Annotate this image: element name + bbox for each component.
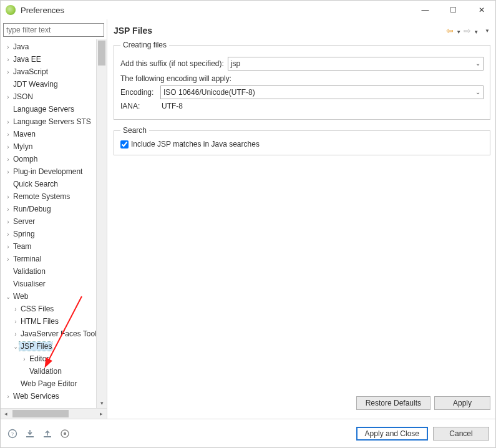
tree-item-label: HTML Files [19,317,59,326]
tree-expand-closed-icon[interactable]: › [4,243,12,250]
maximize-button[interactable]: ☐ [439,1,467,19]
tree-item-label: Oomph [12,155,37,163]
tree-item[interactable]: JDT Weaving [1,78,107,90]
oomph-record-icon[interactable] [59,428,71,439]
filter-input[interactable] [3,23,104,37]
apply-button[interactable]: Apply [434,396,490,410]
restore-defaults-button[interactable]: Restore Defaults [356,396,430,410]
tree-item-label: Web Page Editor [19,379,77,388]
tree-expand-closed-icon[interactable]: › [4,256,12,263]
tree-item[interactable]: ›Remote Systems [1,190,107,203]
cancel-button[interactable]: Cancel [433,427,489,441]
export-prefs-icon[interactable] [42,428,53,439]
window-title: Preferences [21,6,64,15]
tree-item-label: Java EE [12,55,41,64]
tree-item[interactable]: ›Oomph [1,153,107,165]
tree-expand-closed-icon[interactable]: › [4,168,12,175]
tree-expand-closed-icon[interactable]: › [12,318,19,325]
tree-expand-closed-icon[interactable]: › [4,218,12,225]
tree-item[interactable]: Quick Search [1,178,107,190]
tree-item-label: Mylyn [12,142,32,151]
scroll-down-icon[interactable]: ▾ [97,397,107,408]
titlebar: Preferences — ☐ ✕ [1,1,495,19]
tree-item[interactable]: ›Java EE [1,53,107,66]
tree-item[interactable]: Language Servers [1,103,107,115]
tree-item[interactable]: ›Team [1,240,107,253]
tree-item-label: Quick Search [12,180,58,188]
tree-item-label: Spring [12,230,35,238]
tree-item[interactable]: ›Run/Debug [1,203,107,215]
close-button[interactable]: ✕ [467,1,495,19]
tree-item[interactable]: ›Web Services [1,390,107,402]
nav-back-dropdown-icon[interactable]: ▼ [455,27,462,35]
tree-expand-closed-icon[interactable]: › [4,56,12,63]
import-prefs-icon[interactable] [24,428,36,439]
include-jsp-matches-checkbox[interactable] [120,140,129,149]
tree-expand-open-icon[interactable]: ⌄ [4,293,12,300]
tree-item[interactable]: Validation [1,365,107,377]
tree-expand-closed-icon[interactable]: › [4,193,12,200]
tree-item[interactable]: ›Server [1,215,107,228]
tree-item-label: Java [12,42,29,51]
tree-item[interactable]: ⌄Web [1,290,107,303]
tree-hscroll-thumb[interactable] [12,410,69,417]
tree-expand-closed-icon[interactable]: › [21,356,28,363]
tree-scroll-thumb[interactable] [98,41,105,66]
tree-expand-closed-icon[interactable]: › [4,144,12,150]
help-icon[interactable]: ? [7,428,18,439]
tree-expand-open-icon[interactable]: ⌄ [12,343,19,350]
tree-item[interactable]: ›Spring [1,228,107,240]
tree-item[interactable]: ›Language Servers STS [1,115,107,128]
tree-item[interactable]: ›CSS Files [1,303,107,315]
search-legend: Search [120,126,149,135]
tree-item[interactable]: ›Editor [1,353,107,365]
tree-item[interactable]: ›JSON [1,90,107,103]
nav-back-icon[interactable]: ⇦ [445,26,454,36]
apply-and-close-button[interactable]: Apply and Close [356,427,428,441]
tree-item[interactable]: Visualiser [1,278,107,290]
tree-expand-closed-icon[interactable]: › [4,94,12,100]
tree-item[interactable]: ›JavaServer Faces Tools [1,328,107,340]
tree-item[interactable]: ›Java [1,41,107,53]
tree-item[interactable]: ›Maven [1,128,107,140]
tree-expand-closed-icon[interactable]: › [4,231,12,238]
tree-item[interactable]: ›JavaScript [1,66,107,78]
tree-item-label: Validation [28,367,62,376]
tree-expand-closed-icon[interactable]: › [12,331,19,338]
include-jsp-matches-label: Include JSP matches in Java searches [131,140,260,149]
tree-item[interactable]: ›Mylyn [1,140,107,153]
tree-expand-closed-icon[interactable]: › [4,393,12,400]
tree-item-label: Plug-in Development [12,167,82,176]
encoding-select-value: ISO 10646/Unicode(UTF-8) [163,88,255,97]
tree-item-label: Validation [12,267,46,276]
suffix-select[interactable]: jsp ⌄ [228,57,484,71]
scroll-right-icon[interactable]: ▸ [96,411,107,417]
nav-forward-dropdown-icon[interactable]: ▼ [473,27,479,35]
tree-expand-closed-icon[interactable]: › [4,156,12,163]
tree-item-label: JSP Files [19,342,52,351]
tree-horizontal-scrollbar[interactable]: ◂ ▸ [1,408,107,419]
suffix-select-value: jsp [231,59,240,68]
tree-item-label: Editor [28,354,49,363]
minimize-button[interactable]: — [411,1,439,19]
tree-expand-closed-icon[interactable]: › [4,69,12,75]
scroll-left-icon[interactable]: ◂ [1,411,11,417]
tree-item-label: JavaServer Faces Tools [19,329,100,338]
tree-item[interactable]: ⌄JSP Files [1,340,107,353]
nav-forward-icon[interactable]: ⇨ [463,26,472,36]
tree-item[interactable]: Web Page Editor [1,377,107,390]
encoding-select[interactable]: ISO 10646/Unicode(UTF-8) ⌄ [160,85,484,99]
tree-expand-closed-icon[interactable]: › [4,119,12,125]
tree-expand-closed-icon[interactable]: › [4,206,12,213]
tree-item[interactable]: ›HTML Files [1,315,107,328]
tree-item[interactable]: Validation [1,265,107,278]
tree-item[interactable]: ›Terminal [1,253,107,265]
tree-expand-closed-icon[interactable]: › [4,44,12,51]
preferences-tree[interactable]: ›Java›Java EE›JavaScriptJDT Weaving›JSON… [1,39,107,419]
tree-expand-closed-icon[interactable]: › [12,306,19,313]
dropdown-caret-icon: ⌄ [475,89,480,95]
page-menu-icon[interactable]: ▼ [484,28,490,34]
tree-item[interactable]: ›Plug-in Development [1,165,107,178]
tree-vertical-scrollbar[interactable]: ▴ ▾ [96,39,107,408]
tree-expand-closed-icon[interactable]: › [4,131,12,138]
